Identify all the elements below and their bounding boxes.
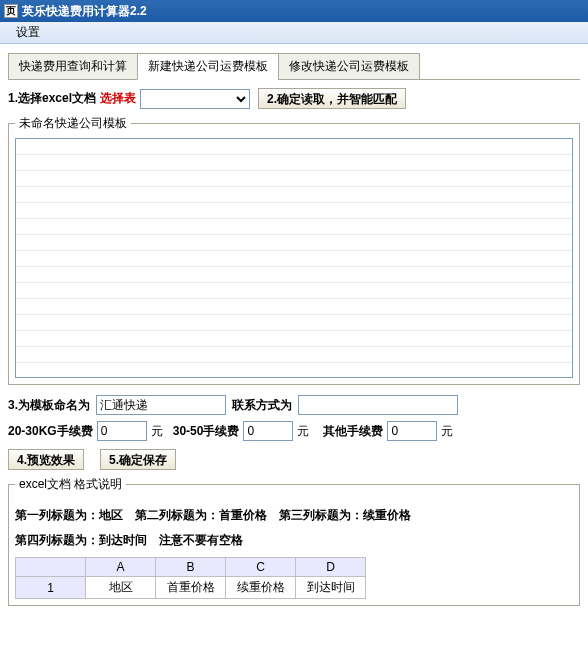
- contact-label: 联系方式为: [232, 397, 292, 414]
- rowhead-1: 1: [16, 577, 86, 599]
- tab-edit-template[interactable]: 修改快递公司运费模板: [278, 53, 420, 80]
- step3-label: 3.为模板命名为: [8, 397, 90, 414]
- menubar: 设置: [0, 22, 588, 44]
- colhead-b: B: [156, 558, 226, 577]
- template-name-input[interactable]: [96, 395, 226, 415]
- tabstrip: 快递费用查询和计算 新建快递公司运费模板 修改快递公司运费模板: [8, 52, 580, 80]
- unit-3: 元: [441, 423, 453, 440]
- template-fieldset: 未命名快递公司模板: [8, 115, 580, 385]
- read-match-button[interactable]: 2.确定读取，并智能匹配: [258, 88, 406, 109]
- cell-1b: 首重价格: [156, 577, 226, 599]
- spec-col2: 第二列标题为：首重价格: [135, 507, 267, 524]
- colhead-c: C: [226, 558, 296, 577]
- unit-1: 元: [151, 423, 163, 440]
- corner-cell: [16, 558, 86, 577]
- colhead-d: D: [296, 558, 366, 577]
- spec-fieldset: excel文档 格式说明 第一列标题为：地区 第二列标题为：首重价格 第三列标题…: [8, 476, 580, 606]
- step1-label: 1.选择excel文档: [8, 90, 96, 107]
- fee-other-label: 其他手续费: [323, 423, 383, 440]
- cell-1d: 到达时间: [296, 577, 366, 599]
- tab-new-template[interactable]: 新建快递公司运费模板: [137, 53, 279, 80]
- fee-20-30-label: 20-30KG手续费: [8, 423, 93, 440]
- preview-button[interactable]: 4.预览效果: [8, 449, 84, 470]
- spec-col1: 第一列标题为：地区: [15, 507, 123, 524]
- fee-20-30-input[interactable]: [97, 421, 147, 441]
- contact-input[interactable]: [298, 395, 458, 415]
- save-button[interactable]: 5.确定保存: [100, 449, 176, 470]
- window-title: 英乐快递费用计算器2.2: [22, 3, 147, 20]
- menu-settings[interactable]: 设置: [8, 22, 48, 43]
- spec-col4: 第四列标题为：到达时间: [15, 532, 147, 549]
- spec-col3: 第三列标题为：续重价格: [279, 507, 411, 524]
- example-table: A B C D 1 地区 首重价格 续重价格 到达时间: [15, 557, 366, 599]
- spec-legend: excel文档 格式说明: [15, 476, 126, 493]
- app-icon: 页: [4, 4, 18, 18]
- colhead-a: A: [86, 558, 156, 577]
- fee-30-50-label: 30-50手续费: [173, 423, 240, 440]
- cell-1c: 续重价格: [226, 577, 296, 599]
- cell-1a: 地区: [86, 577, 156, 599]
- spec-note: 注意不要有空格: [159, 532, 243, 549]
- fee-other-input[interactable]: [387, 421, 437, 441]
- tab-query-calc[interactable]: 快递费用查询和计算: [8, 53, 138, 80]
- select-table-label: 选择表: [100, 90, 136, 107]
- unit-2: 元: [297, 423, 309, 440]
- fee-30-50-input[interactable]: [243, 421, 293, 441]
- sheet-select[interactable]: [140, 89, 250, 109]
- template-listbox[interactable]: [15, 138, 573, 378]
- template-legend: 未命名快递公司模板: [15, 115, 131, 132]
- titlebar[interactable]: 页 英乐快递费用计算器2.2: [0, 0, 588, 22]
